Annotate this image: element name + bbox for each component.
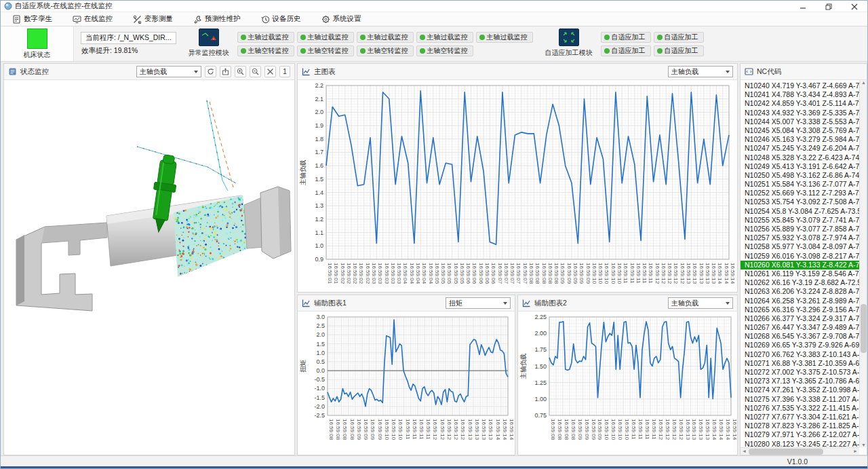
nc-code-line[interactable]: N10277 X7.677 Y-3.304 Z-11.621 A-64.48 bbox=[741, 413, 859, 421]
nc-code-line[interactable]: N10266 X6.377 Y-3.324 Z-9.317 A-71.443 bbox=[741, 314, 859, 323]
nc-vscroll-thumb[interactable] bbox=[861, 304, 867, 353]
svg-text:16:59:01: 16:59:01 bbox=[333, 263, 339, 284]
machine-status-box: 机床状态 bbox=[1, 26, 74, 61]
svg-text:16:59:07: 16:59:07 bbox=[503, 263, 509, 284]
nc-code-line[interactable]: N10265 X6.316 Y-3.296 Z-9.156 A-71.771 bbox=[741, 305, 859, 314]
scroll-up-icon[interactable]: ▲ bbox=[860, 80, 867, 85]
monitor-button[interactable]: 主轴过载监控 bbox=[357, 32, 414, 43]
nc-code-line[interactable]: N10278 X7.823 Y-3.286 Z-11.825 A-63.73 bbox=[741, 421, 859, 430]
nc-code-line[interactable]: N10273 X7.13 Y-3.365 Z-10.786 A-67.372 bbox=[741, 377, 859, 386]
nc-code-line[interactable]: N10274 X7.261 Y-3.352 Z-10.998 A-66.67 bbox=[741, 386, 859, 394]
nc-code-line[interactable]: N10253 X5.754 Y-3.092 Z-7.508 A-73.677 bbox=[741, 198, 859, 206]
nc-code-line[interactable]: N10256 X5.889 Y-3.077 Z-7.858 A-73.348 bbox=[741, 225, 859, 233]
svg-text:16:59:03: 16:59:03 bbox=[396, 263, 402, 284]
menu-item-predictive-maintenance[interactable]: 预测性维护 bbox=[187, 13, 247, 25]
anomaly-module-button[interactable] bbox=[199, 29, 219, 46]
wrench-icon bbox=[193, 15, 202, 24]
fit-view-button[interactable] bbox=[264, 66, 276, 77]
nc-code-line[interactable]: N10241 X4.788 Y-3.434 Z-4.893 A-76.062 bbox=[741, 90, 859, 99]
nc-code-line[interactable]: N10279 X7.971 Y-3.266 Z-12.027 A-62.98 bbox=[741, 430, 859, 439]
nc-code-line[interactable]: N10275 X7.396 Y-3.338 Z-11.207 A-65.95 bbox=[741, 395, 859, 404]
close-button[interactable] bbox=[842, 1, 867, 12]
svg-text:16:59:12: 16:59:12 bbox=[678, 419, 684, 440]
monitor-button[interactable]: 主轴空转监控 bbox=[357, 45, 414, 56]
nc-code-line[interactable]: N10264 X6.258 Y-3.261 Z-8.989 A-72.072 bbox=[741, 297, 859, 305]
zoom-out-button[interactable] bbox=[250, 66, 261, 77]
svg-text:-1.0: -1.0 bbox=[314, 385, 325, 392]
nc-code-line[interactable]: N10258 X5.977 Y-3.084 Z-8.097 A-73.138 bbox=[741, 242, 859, 251]
monitor-button[interactable]: 主轴过载监控 bbox=[237, 32, 294, 43]
monitor-button[interactable]: 自适应加工 bbox=[601, 45, 651, 56]
nc-code-line[interactable]: N10249 X5.413 Y-3.191 Z-6.642 A-74.346 bbox=[741, 162, 859, 171]
nc-code-line[interactable]: N10268 X6.545 Y-3.367 Z-9.708 A-70.519 bbox=[741, 332, 859, 341]
export-view-button[interactable] bbox=[220, 66, 231, 77]
nc-code-line[interactable]: N10251 X5.584 Y-3.136 Z-7.077 A-74.012 bbox=[741, 180, 859, 189]
nc-code-line[interactable]: N10267 X6.447 Y-3.347 Z-9.489 A-71.055 bbox=[741, 323, 859, 332]
menu-item-digital-twin[interactable]: 数字孪生 bbox=[6, 13, 58, 25]
aux-chart2-signal-select[interactable]: 主轴负载 bbox=[668, 297, 733, 309]
nc-code-line[interactable]: N10263 X6.206 Y-3.224 Z-8.828 A-72.33 C bbox=[741, 287, 859, 296]
monitor-button[interactable]: 主轴空转监控 bbox=[297, 45, 354, 56]
nc-code-line[interactable]: N10257 X5.932 Y-3.078 Z-7.974 A-73.243 bbox=[741, 233, 859, 242]
view-signal-select[interactable]: 主轴负载 bbox=[136, 66, 201, 77]
aux-chart1-header: 辅助图表1 扭矩 bbox=[298, 295, 515, 312]
status-panel-title: 状态监控 bbox=[20, 67, 49, 77]
nc-code-line[interactable]: N10243 X4.932 Y-3.369 Z-5.335 A-75.523 bbox=[741, 109, 859, 117]
nc-code-line[interactable]: N10259 X6.016 Y-3.098 Z-8.217 A-73.036 bbox=[741, 252, 859, 261]
nc-horizontal-scrollbar[interactable]: ◄ ► bbox=[741, 447, 859, 455]
minimize-button[interactable] bbox=[790, 1, 816, 12]
nc-code-line[interactable]: N10254 X5.8 Y-3.084 Z-7.625 A-73.571 C bbox=[741, 207, 859, 216]
zoom-in-button[interactable] bbox=[235, 66, 246, 77]
monitor-button[interactable]: 自适应加工 bbox=[654, 32, 704, 43]
monitor-button[interactable]: 自适应加工 bbox=[654, 45, 704, 56]
nc-code-line[interactable]: N10248 X5.328 Y-3.22 Z-6.423 A-74.52 C bbox=[741, 153, 859, 162]
nc-code-line[interactable]: N10247 X5.245 Y-3.249 Z-6.204 A-74.701 bbox=[741, 144, 859, 153]
aux-chart1-signal-select[interactable]: 扭矩 bbox=[446, 297, 511, 309]
monitor-button[interactable]: 主轴空转监控 bbox=[416, 45, 473, 56]
monitor-button[interactable]: 主轴过载监控 bbox=[476, 32, 533, 43]
svg-text:16:59:03: 16:59:03 bbox=[384, 263, 390, 284]
efficiency-gain: 效率提升: 19.81% bbox=[81, 46, 176, 56]
svg-text:16:59:14: 16:59:14 bbox=[718, 419, 724, 440]
nc-code-line[interactable]: N10271 X6.88 Y-3.381 Z-10.359 A-68.711 bbox=[741, 359, 859, 368]
menu-item-system-settings[interactable]: 系统设置 bbox=[315, 13, 368, 25]
nc-code-line[interactable]: N10244 X5.007 Y-3.338 Z-5.553 A-75.297 bbox=[741, 117, 859, 126]
aux-chart2-panel: 辅助图表2 主轴负载 0.751.001.251.501.752.002.251… bbox=[517, 295, 738, 455]
nc-code-line[interactable]: N10250 X5.498 Y-3.162 Z-6.86 A-74.178 C bbox=[741, 171, 859, 180]
nc-code-line[interactable]: N10269 X6.65 Y-3.379 Z-9.926 A-69.947 C bbox=[741, 341, 859, 350]
menu-item-device-history[interactable]: 设备历史 bbox=[255, 13, 307, 25]
nc-code-line[interactable]: N10242 X4.859 Y-3.401 Z-5.114 A-75.775 bbox=[741, 99, 859, 108]
main-chart-signal-select[interactable]: 主轴负载 bbox=[668, 66, 733, 77]
nc-code-line[interactable]: N10245 X5.084 Y-3.308 Z-5.769 A-75.088 bbox=[741, 126, 859, 135]
main-chart-plot: 0.91.01.11.21.31.41.51.61.71.81.92.02.12… bbox=[298, 80, 736, 290]
scroll-left-icon[interactable]: ◄ bbox=[741, 449, 748, 453]
monitor-button[interactable]: 主轴过载监控 bbox=[297, 32, 354, 43]
scroll-right-icon[interactable]: ► bbox=[852, 449, 859, 453]
nc-code-line[interactable]: N10252 X5.669 Y-3.112 Z-7.293 A-73.844 bbox=[741, 189, 859, 198]
nc-code-line[interactable]: N10260 X6.081 Y-3.133 Z-8.422 A-72.835 bbox=[741, 261, 859, 269]
nc-hscroll-thumb[interactable] bbox=[749, 449, 823, 455]
zoom-in-icon bbox=[237, 68, 244, 75]
monitor-button[interactable]: 主轴空转监控 bbox=[237, 45, 294, 56]
nc-code-line[interactable]: N10276 X7.535 Y-3.322 Z-11.415 A-65.22 bbox=[741, 404, 859, 413]
nc-vertical-scrollbar[interactable]: ▲ ▼ bbox=[859, 80, 867, 447]
nc-code-line[interactable]: N10280 X8.123 Y-3.245 Z-12.227 A-62.23 bbox=[741, 440, 859, 448]
nc-code-line[interactable]: N10255 X5.845 Y-3.079 Z-7.741 A-73.458 bbox=[741, 216, 859, 225]
adaptive-module-button[interactable] bbox=[559, 29, 579, 46]
nc-code-line[interactable]: N10261 X6.119 Y-3.159 Z-8.546 A-72.701 bbox=[741, 269, 859, 278]
scroll-down-icon[interactable]: ▼ bbox=[860, 443, 867, 447]
machine-3d-view[interactable] bbox=[4, 80, 294, 455]
nc-code-line[interactable]: N10262 X6.16 Y-3.19 Z-8.682 A-72.534 C bbox=[741, 278, 859, 287]
menu-item-deformation[interactable]: 变形测量 bbox=[127, 13, 179, 25]
monitor-button[interactable]: 主轴过载监控 bbox=[416, 32, 473, 43]
nc-code-line[interactable]: N10272 X7.002 Y-3.375 Z-10.573 A-68.05 bbox=[741, 368, 859, 377]
nc-code-line[interactable]: N10246 X5.163 Y-3.279 Z-5.984 A-74.892 bbox=[741, 135, 859, 144]
monitor-button[interactable]: 自适应加工 bbox=[601, 32, 651, 43]
svg-text:1.5: 1.5 bbox=[316, 341, 325, 348]
nc-code-line[interactable]: N10270 X6.762 Y-3.383 Z-10.143 A-69.34 bbox=[741, 350, 859, 359]
maximize-button[interactable] bbox=[816, 1, 842, 12]
rotate-view-button[interactable] bbox=[205, 66, 216, 77]
nc-code-line[interactable]: N10240 X4.719 Y-3.467 Z-4.669 A-76.396 bbox=[741, 81, 859, 90]
svg-text:16:59:10: 16:59:10 bbox=[391, 419, 397, 440]
menu-item-online-monitor[interactable]: 在线监控 bbox=[66, 13, 119, 25]
